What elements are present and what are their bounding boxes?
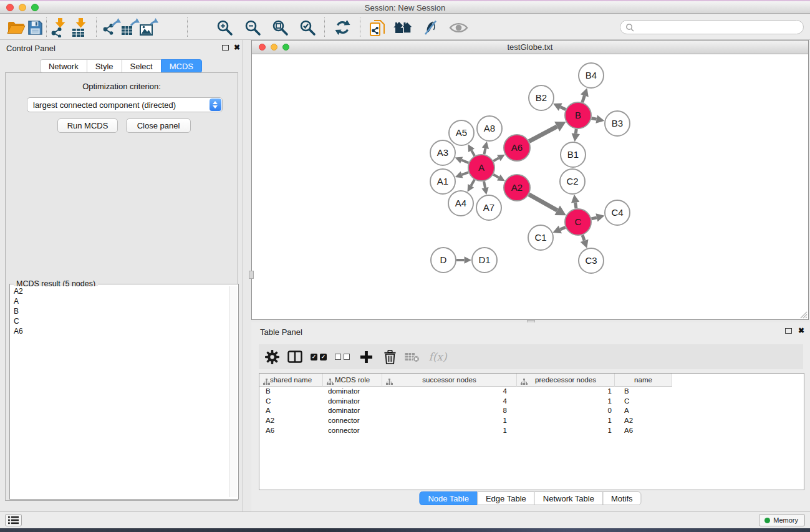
zoom-out-icon[interactable] [242,17,263,38]
refresh-icon[interactable] [332,17,353,38]
column-header-predecessor-nodes[interactable]: predecessor nodes [517,374,615,387]
table-row[interactable]: A6connector11A6 [259,426,804,436]
close-panel-button[interactable]: Close panel [126,118,191,133]
cell-MCDS-role[interactable]: connector [323,426,382,436]
cell-successor-nodes[interactable]: 4 [382,397,517,407]
graph-edge-A-A5[interactable] [471,150,475,156]
export-image-icon[interactable] [138,17,159,38]
deselect-all-icon[interactable] [333,349,352,365]
mcds-result-item[interactable]: A [11,296,228,306]
tab-style[interactable]: Style [87,59,122,73]
cell-successor-nodes[interactable]: 1 [382,416,517,426]
network-window-titlebar[interactable]: testGlobe.txt [252,41,808,54]
graph-edge-A-A7[interactable] [484,181,485,188]
graph-edge-C-C4[interactable] [591,218,597,219]
delete-column-trash-icon[interactable] [380,349,399,365]
home-icon[interactable] [393,17,414,38]
cell-name[interactable]: A2 [615,416,672,426]
mcds-result-item[interactable]: B [11,306,228,316]
select-all-icon[interactable]: ✓✓ [309,349,328,365]
cell-successor-nodes[interactable]: 1 [382,426,517,436]
column-header-successor-nodes[interactable]: successor nodes [382,374,517,387]
search-field[interactable] [620,20,804,34]
show-columns-icon[interactable] [286,349,304,365]
cell-MCDS-role[interactable]: dominator [323,406,382,416]
mcds-result-item[interactable]: A2 [11,286,228,296]
graph-edge-C-C1[interactable] [560,227,565,229]
close-panel-icon[interactable]: ✖ [798,327,804,334]
run-mcds-button[interactable]: Run MCDS [57,118,118,133]
cell-name[interactable]: A6 [615,426,672,436]
search-input[interactable] [637,21,799,33]
import-network-icon[interactable] [49,17,70,38]
memory-button[interactable]: Memory [759,514,805,526]
table-settings-gear-icon[interactable] [263,349,281,365]
close-panel-icon[interactable]: ✖ [234,44,240,51]
task-history-button[interactable] [5,514,22,526]
graph-edge-B-B4[interactable] [582,95,585,102]
column-header-MCDS-role[interactable]: MCDS role [323,374,382,387]
open-session-icon[interactable] [6,17,27,38]
float-panel-icon[interactable] [785,328,792,334]
tab-edge-table[interactable]: Edge Table [477,491,535,505]
tab-select[interactable]: Select [122,59,162,73]
cell-shared-name[interactable]: A [259,406,323,416]
cell-name[interactable]: A [615,406,672,416]
graphics-details-icon[interactable] [420,17,441,38]
tab-network[interactable]: Network [40,59,87,73]
column-header-name[interactable]: name [615,374,672,387]
cell-predecessor-nodes[interactable]: 1 [517,387,615,397]
graph-edge-A-A3[interactable] [461,160,468,163]
cell-predecessor-nodes[interactable]: 1 [517,416,615,426]
table-row[interactable]: A2connector11A2 [259,416,804,426]
save-session-icon[interactable] [24,17,46,38]
graph-edge-A-A2[interactable] [493,175,499,178]
graph-edge-B-B1[interactable] [576,129,576,133]
export-table-icon[interactable] [119,17,140,38]
cell-successor-nodes[interactable]: 4 [382,387,517,397]
graph-edge-B-B3[interactable] [592,118,597,119]
graph-edge-A6-B[interactable] [529,127,557,142]
cell-MCDS-role[interactable]: dominator [323,397,382,407]
cell-shared-name[interactable]: C [259,397,323,407]
column-header-shared-name[interactable]: shared name [259,374,323,387]
graph-edge-A-A1[interactable] [462,172,469,175]
mcds-result-item[interactable]: C [11,316,228,326]
tab-motifs[interactable]: Motifs [602,491,642,505]
result-scrollbar[interactable] [229,286,237,497]
import-table-icon[interactable] [69,17,90,38]
graph-edge-A-A4[interactable] [471,180,475,186]
export-network-icon[interactable] [100,17,122,38]
graph-edge-C-C2[interactable] [576,203,576,209]
split-divider-handle[interactable] [249,271,254,279]
clone-network-icon[interactable] [367,17,388,38]
cell-name[interactable]: B [615,387,672,397]
graph-edge-C-C3[interactable] [582,235,584,241]
zoom-in-icon[interactable] [214,17,235,38]
table-row[interactable]: Adominator80A [259,406,804,416]
cell-name[interactable]: C [615,397,672,407]
criterion-select[interactable]: largest connected component (directed) [27,97,223,112]
cell-MCDS-role[interactable]: connector [323,416,382,426]
table-row[interactable]: Bdominator41B [259,387,804,397]
table-row[interactable]: Cdominator41C [259,397,804,407]
graph-edge-A-A8[interactable] [484,148,485,155]
cell-predecessor-nodes[interactable]: 1 [517,426,615,436]
mcds-result-item[interactable]: A6 [11,326,228,336]
zoom-selected-icon[interactable] [297,17,318,38]
add-column-icon[interactable] [357,349,375,365]
cell-shared-name[interactable]: A2 [259,416,323,426]
tab-mcds[interactable]: MCDS [161,59,202,73]
graph-edge-B-B2[interactable] [561,107,566,110]
cell-shared-name[interactable]: A6 [259,426,323,436]
zoom-fit-icon[interactable] [269,17,291,38]
float-panel-icon[interactable] [222,45,229,51]
cell-predecessor-nodes[interactable]: 0 [517,406,615,416]
tab-network-table[interactable]: Network Table [534,491,603,505]
cell-predecessor-nodes[interactable]: 1 [517,397,615,407]
graph-edge-A-A6[interactable] [493,158,499,161]
resize-grip-icon[interactable] [799,310,808,319]
tab-node-table[interactable]: Node Table [419,491,478,505]
cell-successor-nodes[interactable]: 8 [382,406,517,416]
graph-edge-A2-C[interactable] [529,195,557,211]
